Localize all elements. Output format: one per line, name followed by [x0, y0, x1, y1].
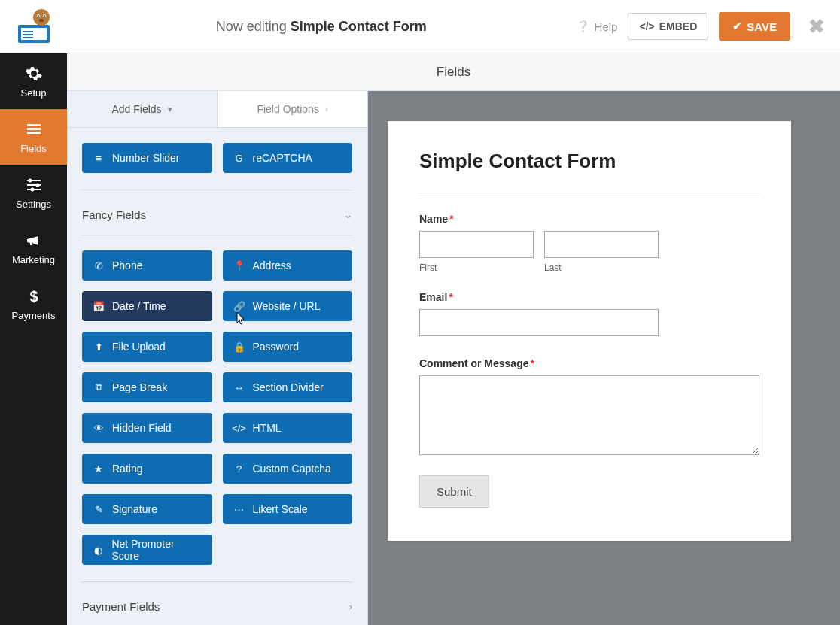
header-actions: ❔ Help </> EMBED ✔ SAVE ✖ — [576, 12, 840, 41]
email-input[interactable] — [419, 309, 659, 336]
help-link[interactable]: ❔ Help — [576, 20, 618, 33]
tab-options-label: Field Options — [257, 103, 318, 115]
field-hidden-field[interactable]: 👁Hidden Field — [82, 413, 212, 443]
field-likert-scale[interactable]: ⋯Likert Scale — [223, 494, 353, 524]
link-icon: 🔗 — [233, 301, 245, 312]
field-password[interactable]: 🔒Password — [223, 332, 353, 362]
dollar-icon: $ — [25, 287, 43, 305]
field-date-time[interactable]: 📅Date / Time — [82, 291, 212, 321]
section-payment-fields[interactable]: Payment Fields › — [82, 588, 352, 625]
chevron-down-icon: ▾ — [168, 105, 172, 114]
first-name-col: First — [419, 231, 534, 273]
left-nav: Setup Fields Settings Marketing $ Paymen… — [0, 53, 67, 625]
panel-tabs: Add Fields ▾ Field Options › — [67, 91, 367, 128]
svg-rect-13 — [27, 132, 41, 134]
required-asterisk: * — [449, 291, 452, 303]
nav-payments[interactable]: $ Payments — [0, 276, 67, 332]
field-label: Date / Time — [112, 300, 166, 312]
submit-label: Submit — [437, 485, 472, 498]
field-file-upload[interactable]: ⬆File Upload — [82, 332, 212, 362]
name-row: First Last — [419, 231, 759, 273]
svg-rect-12 — [27, 128, 41, 130]
nav-setup[interactable]: Setup — [0, 53, 67, 109]
field-address[interactable]: 📍Address — [223, 250, 353, 281]
section-title-label: Fancy Fields — [82, 208, 146, 221]
chevron-right-icon: › — [349, 601, 352, 612]
svg-text:$: $ — [29, 288, 38, 305]
chevron-right-icon: › — [325, 105, 328, 114]
last-name-input[interactable] — [544, 231, 659, 258]
field-section-divider[interactable]: ↔Section Divider — [223, 372, 353, 402]
required-asterisk: * — [449, 213, 453, 225]
fields-header: Fields — [67, 53, 840, 91]
app-logo — [0, 0, 67, 53]
megaphone-icon — [25, 232, 43, 250]
gauge-icon: ◐ — [93, 545, 104, 556]
close-button[interactable]: ✖ — [808, 15, 825, 38]
nav-settings[interactable]: Settings — [0, 165, 67, 220]
fields-panel: Add Fields ▾ Field Options › ≡Number Sli… — [67, 91, 368, 625]
google-icon: G — [233, 153, 245, 164]
submit-button[interactable]: Submit — [419, 475, 489, 508]
field-page-break[interactable]: ⧉Page Break — [82, 372, 212, 402]
field-label: File Upload — [112, 341, 166, 353]
field-recaptcha[interactable]: GreCAPTCHA — [223, 143, 353, 173]
comment-textarea[interactable] — [419, 375, 759, 455]
field-signature[interactable]: ✎Signature — [82, 494, 212, 524]
first-name-input[interactable] — [419, 231, 534, 258]
field-number-slider[interactable]: ≡Number Slider — [82, 143, 212, 173]
pin-icon: 📍 — [233, 260, 245, 272]
svg-point-18 — [35, 183, 39, 187]
code-icon: </> — [233, 423, 245, 434]
help-icon: ❔ — [576, 20, 590, 33]
nav-settings-label: Settings — [16, 199, 51, 210]
svg-rect-4 — [23, 37, 33, 38]
form-preview-canvas: Simple Contact Form Name* First Last Ema… — [368, 91, 840, 625]
nav-payments-label: Payments — [12, 310, 56, 321]
first-sublabel: First — [419, 262, 534, 273]
field-custom-captcha[interactable]: ?Custom Captcha — [223, 454, 353, 484]
nav-fields-label: Fields — [20, 143, 47, 154]
email-label: Email* — [419, 291, 759, 303]
field-label: Page Break — [112, 381, 167, 393]
field-label: Password — [253, 341, 299, 353]
last-name-col: Last — [544, 231, 659, 273]
embed-button[interactable]: </> EMBED — [628, 13, 708, 40]
required-asterisk: * — [530, 357, 534, 369]
label-text: Name — [419, 213, 448, 225]
sliders-icon: ≡ — [93, 153, 105, 164]
svg-point-9 — [44, 15, 45, 17]
star-icon: ★ — [93, 463, 105, 475]
field-label: Website / URL — [253, 300, 321, 312]
tab-add-label: Add Fields — [111, 103, 161, 115]
field-label: Hidden Field — [112, 422, 172, 434]
sliders-icon — [25, 176, 43, 194]
section-fancy-fields[interactable]: Fancy Fields ⌄ — [82, 196, 352, 235]
section-title-label: Payment Fields — [82, 600, 160, 613]
upload-icon: ⬆ — [93, 341, 105, 353]
field-phone[interactable]: ✆Phone — [82, 250, 212, 281]
divider — [82, 581, 352, 582]
field-label: reCAPTCHA — [253, 152, 312, 164]
name-label: Name* — [419, 213, 759, 225]
field-label: Rating — [112, 463, 142, 475]
comment-label: Comment or Message* — [419, 357, 759, 369]
form-card[interactable]: Simple Contact Form Name* First Last Ema… — [388, 121, 791, 541]
field-html[interactable]: </>HTML — [223, 413, 353, 443]
save-button[interactable]: ✔ SAVE — [719, 12, 790, 41]
copy-icon: ⧉ — [93, 381, 105, 393]
tab-field-options[interactable]: Field Options › — [218, 91, 367, 127]
svg-point-8 — [38, 15, 39, 17]
app-header: Now editing Simple Contact Form ❔ Help <… — [0, 0, 840, 53]
svg-point-10 — [39, 19, 44, 22]
svg-point-17 — [28, 178, 32, 182]
nav-marketing[interactable]: Marketing — [0, 220, 67, 276]
field-website-url[interactable]: 🔗Website / URL — [223, 291, 353, 321]
help-label: Help — [595, 20, 618, 33]
field-rating[interactable]: ★Rating — [82, 454, 212, 484]
form-title: Simple Contact Form — [419, 150, 759, 173]
svg-point-5 — [33, 9, 50, 26]
tab-add-fields[interactable]: Add Fields ▾ — [67, 91, 218, 127]
nav-fields[interactable]: Fields — [0, 109, 67, 165]
field-net-promoter-score[interactable]: ◐Net Promoter Score — [82, 535, 212, 565]
